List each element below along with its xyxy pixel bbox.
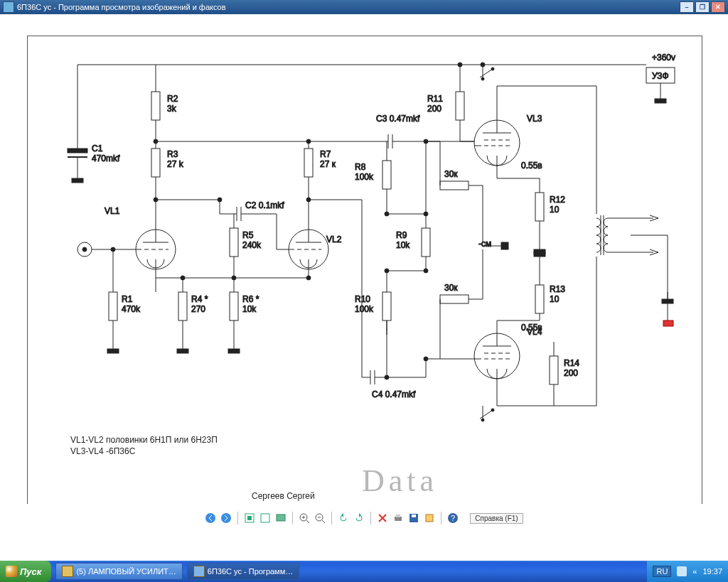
- svg-point-132: [491, 68, 494, 70]
- r10-name: R10: [355, 294, 370, 304]
- r2-name: R2: [167, 94, 178, 104]
- separator: [237, 512, 238, 524]
- svg-line-130: [480, 69, 493, 77]
- edit-icon[interactable]: [424, 512, 435, 524]
- tray-chevrons[interactable]: «: [692, 567, 697, 576]
- separator: [441, 512, 441, 524]
- grid-res-bot: 30к: [444, 283, 458, 293]
- uzf-label: УЗФ: [652, 71, 669, 81]
- r12-name: R12: [550, 195, 565, 205]
- print-icon[interactable]: [392, 512, 404, 524]
- r4-val: 270: [191, 304, 205, 314]
- r14-val: 200: [564, 368, 578, 378]
- svg-rect-157: [426, 514, 433, 522]
- system-tray: RU « 19:37: [647, 561, 728, 582]
- start-button[interactable]: Пуск: [0, 561, 51, 582]
- bias-label: -см: [478, 239, 491, 249]
- c2-name: C2 0.1mkf: [245, 200, 284, 210]
- task2-label: 6П36С ус - Программ…: [208, 567, 293, 576]
- supply-label: +360v: [652, 53, 675, 63]
- next-icon[interactable]: [220, 512, 232, 524]
- r5-name: R5: [242, 230, 254, 240]
- slideshow-icon[interactable]: [275, 512, 287, 524]
- r13-name: R13: [550, 284, 565, 294]
- grid-res-top: 30к: [444, 169, 458, 179]
- r6-name: R6 *: [242, 294, 259, 304]
- actual-size-icon[interactable]: [259, 512, 271, 524]
- r8-name: R8: [355, 162, 366, 172]
- viewer-icon: [193, 566, 205, 577]
- r6-val: 10k: [242, 304, 257, 314]
- c1-name: C1: [92, 144, 103, 153]
- r14-name: R14: [564, 358, 579, 368]
- r9-val: 10k: [396, 240, 410, 250]
- desktop: 6П36С ус - Программа просмотра изображен…: [0, 0, 728, 582]
- browser-icon: [62, 566, 73, 577]
- help-icon[interactable]: ?: [447, 512, 459, 524]
- viewer-content: +360v УЗФ C1 470mkf R2 3k: [0, 14, 728, 532]
- language-indicator[interactable]: RU: [653, 566, 671, 577]
- zoom-in-icon[interactable]: [299, 512, 310, 524]
- titlebar[interactable]: 6П36С ус - Программа просмотра изображен…: [0, 0, 728, 14]
- close-button[interactable]: ✕: [711, 1, 725, 13]
- circuit-schematic: +360v УЗФ C1 470mkf R2 3k: [27, 36, 702, 516]
- app-icon: [3, 1, 14, 13]
- vl3-label: VL3: [527, 114, 542, 124]
- c4-label: C4 0.47mkf: [372, 389, 416, 399]
- r11-name: R11: [427, 94, 443, 104]
- r1-name: R1: [122, 294, 133, 304]
- svg-rect-92: [501, 242, 508, 249]
- c1-val: 470mkf: [92, 153, 120, 163]
- start-label: Пуск: [20, 566, 41, 577]
- tray-icon[interactable]: [677, 566, 687, 576]
- svg-rect-154: [396, 514, 400, 517]
- svg-text:?: ?: [451, 514, 455, 522]
- windows-logo-icon: [6, 566, 17, 577]
- r3-name: R3: [167, 149, 178, 159]
- help-tooltip: Справка (F1): [470, 513, 523, 524]
- r12-val: 10: [550, 205, 560, 215]
- fit-icon[interactable]: [244, 512, 255, 524]
- notes-line2: VL3-VL4 -6П36С: [70, 446, 218, 457]
- zoom-out-icon[interactable]: [314, 512, 326, 524]
- svg-point-142: [221, 513, 231, 523]
- delete-icon[interactable]: [377, 512, 388, 524]
- svg-rect-43: [68, 149, 87, 153]
- svg-point-131: [481, 77, 484, 80]
- taskbar-item-browser[interactable]: (5) ЛАМПОВЫЙ УСИЛИТ…: [55, 563, 182, 580]
- task1-label: (5) ЛАМПОВЫЙ УСИЛИТ…: [76, 567, 176, 576]
- separator: [292, 512, 293, 524]
- rotate-ccw-icon[interactable]: [338, 512, 349, 524]
- save-icon[interactable]: [408, 512, 419, 524]
- taskbar-item-viewer[interactable]: 6П36С ус - Программ…: [187, 563, 299, 580]
- vcath-bot: 0.55в: [521, 323, 542, 333]
- svg-rect-144: [261, 514, 269, 522]
- separator: [370, 512, 371, 524]
- r11-val: 200: [427, 104, 441, 114]
- svg-line-134: [480, 410, 493, 419]
- r3-val: 27 k: [167, 159, 184, 169]
- vcath-top: 0.55в: [521, 161, 542, 171]
- svg-rect-145: [277, 514, 285, 521]
- prev-icon[interactable]: [205, 512, 216, 524]
- rotate-cw-icon[interactable]: [353, 512, 365, 524]
- clock[interactable]: 19:37: [702, 567, 722, 576]
- author-label: Сергеев Сергей: [252, 491, 315, 501]
- minimize-button[interactable]: –: [680, 1, 694, 13]
- notes-line1: VL1-VL2 половинки 6Н1П или 6Н23П: [70, 434, 218, 446]
- r10-val: 100k: [355, 304, 374, 314]
- separator: [331, 512, 332, 524]
- svg-rect-156: [412, 514, 416, 517]
- svg-point-141: [205, 513, 215, 523]
- svg-line-147: [306, 520, 309, 523]
- vl2-label: VL2: [326, 235, 342, 244]
- image-viewer-window: 6П36С ус - Программа просмотра изображен…: [0, 0, 728, 561]
- schematic-notes: VL1-VL2 половинки 6Н1П или 6Н23П VL3-VL4…: [70, 434, 218, 457]
- svg-point-136: [491, 409, 494, 411]
- maximize-button[interactable]: ❐: [695, 1, 710, 13]
- r5-val: 240k: [242, 240, 262, 250]
- taskbar: Пуск (5) ЛАМПОВЫЙ УСИЛИТ… 6П36С ус - Про…: [0, 561, 728, 582]
- watermark: Data: [362, 463, 438, 499]
- vl1-label: VL1: [105, 206, 120, 216]
- svg-line-151: [322, 520, 325, 523]
